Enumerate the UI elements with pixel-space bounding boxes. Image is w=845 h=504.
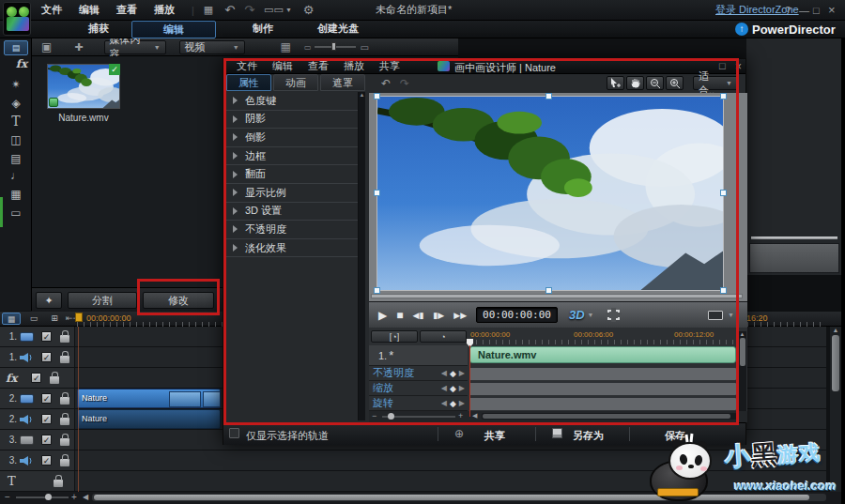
help-button[interactable]: ? bbox=[785, 5, 791, 16]
play-button[interactable]: ▶ bbox=[378, 309, 387, 322]
property-reflection[interactable]: 倒影 bbox=[224, 129, 358, 147]
keyframe-time-button[interactable]: [◔] bbox=[371, 330, 418, 343]
layout-icon[interactable]: ▦ bbox=[204, 4, 213, 16]
track-manager-icon[interactable]: ▦ bbox=[2, 313, 21, 325]
zoom-out-icon[interactable]: − bbox=[372, 411, 376, 420]
kf-add-icon[interactable]: ◆ bbox=[450, 399, 456, 408]
thumbnail-size-slider[interactable] bbox=[315, 46, 356, 48]
pip-room-button[interactable]: ✴ bbox=[0, 78, 32, 91]
dialog-menu-edit[interactable]: 编辑 bbox=[272, 59, 293, 73]
title-room-button[interactable]: T bbox=[0, 114, 32, 129]
scroll-thumb[interactable] bbox=[740, 338, 745, 366]
zoom-in-icon[interactable]: + bbox=[71, 492, 77, 502]
chapter-room-button[interactable]: ▦ bbox=[0, 188, 32, 201]
kf-lane-rotate[interactable] bbox=[469, 398, 736, 410]
dialog-titlebar[interactable]: 文件 编辑 查看 播放 共享 画中画设计师 | Nature □ × bbox=[223, 59, 745, 74]
scroll-left-icon[interactable]: ◀ bbox=[472, 412, 477, 420]
property-shadow[interactable]: 阴影 bbox=[224, 111, 358, 130]
display-select-icon[interactable] bbox=[708, 311, 723, 320]
undo-icon[interactable]: ↶ bbox=[224, 3, 235, 17]
next-frame-button[interactable]: ▮▶ bbox=[433, 311, 444, 320]
dialog-menu-share[interactable]: 共享 bbox=[379, 59, 400, 73]
media-filter-dropdown[interactable]: 视频▼ bbox=[179, 40, 245, 54]
fit-zoom-dropdown[interactable]: 适合..▼ bbox=[693, 76, 738, 90]
media-room-button[interactable]: ▤ bbox=[4, 40, 28, 55]
timeline-marker-icon[interactable] bbox=[75, 313, 83, 322]
mode-3d-button[interactable]: 3D bbox=[569, 308, 585, 322]
save-as-button[interactable]: 另存为 bbox=[573, 429, 604, 443]
menu-play[interactable]: 播放 bbox=[154, 3, 175, 17]
restore-button[interactable]: □ bbox=[813, 5, 820, 16]
zoom-slider-track[interactable] bbox=[16, 496, 69, 498]
zoom-out-icon[interactable]: − bbox=[5, 492, 10, 502]
property-flip[interactable]: 翻面 bbox=[224, 165, 358, 184]
track-enable-checkbox[interactable]: ✓ bbox=[41, 331, 52, 342]
player-seek-slider[interactable] bbox=[751, 237, 837, 239]
add-track-icon[interactable]: ⊞ bbox=[45, 313, 64, 325]
lock-icon[interactable] bbox=[50, 376, 59, 384]
settings-gear-icon[interactable]: ⚙ bbox=[303, 3, 315, 17]
track-enable-checkbox[interactable]: ✓ bbox=[41, 352, 52, 362]
aspect-dropdown-arrow[interactable]: ▼ bbox=[285, 7, 292, 13]
minimize-button[interactable]: — bbox=[799, 5, 809, 16]
resize-handle-sw[interactable] bbox=[374, 287, 380, 294]
scroll-up-icon[interactable]: ▲ bbox=[830, 327, 841, 333]
kf-next-icon[interactable]: ▶ bbox=[459, 369, 465, 377]
kf-prev-icon[interactable]: ◀ bbox=[441, 369, 447, 377]
scroll-left-icon[interactable]: ◀ bbox=[83, 493, 88, 501]
dialog-tab-properties[interactable]: 属性 bbox=[226, 74, 271, 91]
track-view-icon[interactable]: ▭ bbox=[24, 313, 43, 325]
zoom-in-icon[interactable]: + bbox=[458, 411, 463, 420]
property-fade[interactable]: 淡化效果 bbox=[224, 239, 358, 258]
audio-clip[interactable]: Nature bbox=[77, 409, 221, 429]
property-aspect[interactable]: 显示比例 bbox=[224, 184, 358, 203]
track-enable-checkbox[interactable]: ✓ bbox=[41, 455, 52, 466]
playhead-line[interactable] bbox=[78, 327, 79, 492]
particle-room-button[interactable]: ◈ bbox=[0, 97, 32, 110]
aspect-icon[interactable]: ▭▭ bbox=[264, 4, 284, 16]
track-enable-checkbox[interactable]: ✓ bbox=[41, 414, 52, 424]
menu-view[interactable]: 查看 bbox=[116, 3, 137, 17]
split-button[interactable]: 分割 bbox=[68, 292, 137, 309]
tab-capture[interactable]: 捕获 bbox=[66, 21, 131, 37]
keyframe-clock-button[interactable]: ◔ bbox=[420, 330, 467, 343]
lock-icon[interactable] bbox=[60, 459, 69, 466]
property-3d-settings[interactable]: 3D 设置 bbox=[224, 203, 358, 221]
lock-icon[interactable] bbox=[54, 480, 63, 487]
lock-icon[interactable] bbox=[60, 335, 69, 343]
select-tool-button[interactable] bbox=[607, 76, 624, 90]
dialog-close-button[interactable]: × bbox=[735, 60, 742, 73]
property-opacity[interactable]: 不透明度 bbox=[224, 221, 358, 239]
dialog-menu-view[interactable]: 查看 bbox=[308, 59, 329, 73]
video-frame[interactable] bbox=[376, 96, 724, 291]
resize-handle-s[interactable] bbox=[545, 287, 552, 294]
subtitle-room-button[interactable]: ▭ bbox=[0, 206, 32, 220]
preview-hscrollbar[interactable] bbox=[371, 294, 743, 298]
resize-handle-w[interactable] bbox=[374, 190, 380, 196]
share-button[interactable]: 共享 bbox=[484, 429, 505, 443]
zoom-in-tool-button[interactable] bbox=[666, 76, 684, 90]
track-enable-checkbox[interactable]: ✓ bbox=[31, 373, 41, 383]
dialog-ruler-ticks[interactable] bbox=[469, 340, 736, 344]
dialog-menu-file[interactable]: 文件 bbox=[237, 59, 257, 73]
transition-room-button[interactable]: ◫ bbox=[0, 133, 32, 146]
stop-button[interactable]: ■ bbox=[396, 309, 403, 322]
redo-icon[interactable]: ↷ bbox=[244, 3, 254, 17]
property-chroma-key[interactable]: 色度键 bbox=[224, 92, 358, 111]
prev-frame-button[interactable]: ◀▮ bbox=[412, 311, 423, 320]
dialog-tab-motion[interactable]: 动画 bbox=[273, 74, 318, 91]
dialog-menu-play[interactable]: 播放 bbox=[344, 59, 364, 73]
menu-file[interactable]: 文件 bbox=[41, 3, 62, 17]
kf-prev-icon[interactable]: ◀ bbox=[441, 399, 447, 407]
plugin-icon[interactable]: ✚ bbox=[74, 41, 83, 53]
resize-handle-nw[interactable] bbox=[374, 93, 380, 99]
kf-prev-icon[interactable]: ◀ bbox=[441, 384, 447, 392]
dialog-redo-icon[interactable]: ↷ bbox=[400, 77, 409, 90]
kf-add-icon[interactable]: ◆ bbox=[450, 369, 456, 378]
dialog-clip[interactable]: Nature.wmv bbox=[469, 346, 736, 363]
kf-lane-opacity[interactable] bbox=[469, 368, 736, 380]
dialog-undo-icon[interactable]: ↶ bbox=[381, 77, 391, 90]
kf-add-icon[interactable]: ◆ bbox=[450, 384, 456, 393]
kf-lane-scale[interactable] bbox=[469, 383, 736, 395]
track-enable-checkbox[interactable]: ✓ bbox=[41, 393, 52, 404]
